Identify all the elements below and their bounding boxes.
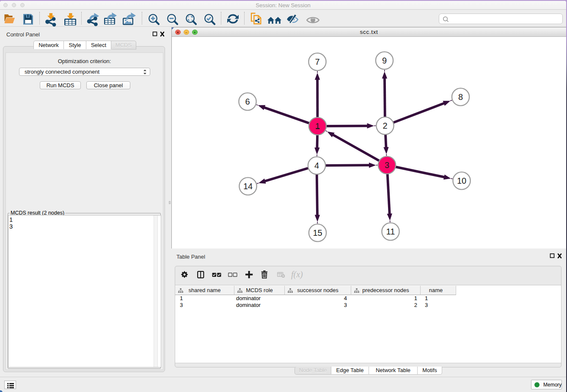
svg-text:2: 2 — [383, 121, 387, 130]
svg-text:1: 1 — [315, 121, 320, 131]
svg-text:3: 3 — [385, 160, 389, 170]
svg-text:10: 10 — [457, 176, 466, 185]
svg-text:8: 8 — [458, 92, 463, 102]
svg-text:4: 4 — [314, 161, 319, 170]
svg-text:11: 11 — [386, 227, 395, 236]
svg-text:14: 14 — [243, 182, 253, 191]
svg-text:6: 6 — [245, 97, 250, 106]
svg-text:9: 9 — [382, 56, 387, 65]
svg-text:7: 7 — [315, 57, 319, 66]
svg-text:15: 15 — [313, 228, 322, 237]
